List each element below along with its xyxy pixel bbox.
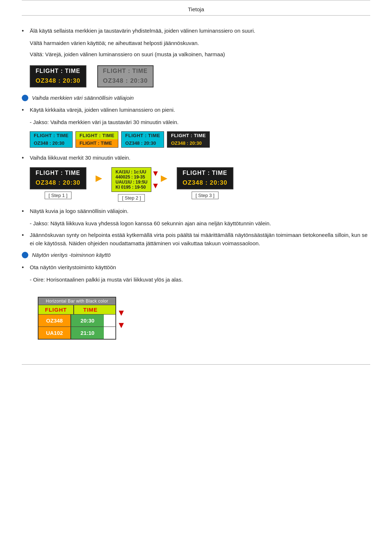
step2-r3: UAU1IU : 19:5U xyxy=(115,180,147,185)
color-boxes-row: FLIGHT : TIME OZ348 : 20:30 FLIGHT : TIM… xyxy=(30,131,370,148)
step-arrow-2: ► xyxy=(159,167,170,189)
blue-note-1: Vaihda merkkien väri säännöllisin väliaj… xyxy=(22,94,370,102)
indent-4: - Jakso: Näytä liikkuva kuva yhdessä log… xyxy=(30,219,370,227)
hbar-header-left: FLIGHT xyxy=(38,305,74,314)
bullet-item-3: • Vaihda liikkuvat merkit 30 minuutin vä… xyxy=(22,153,370,162)
bullet-item-4: • Näytä kuvia ja logo säännöllisin välia… xyxy=(22,207,370,216)
step3-row2: OZ348 : 20:30 xyxy=(177,178,233,189)
cb-ygr-box: FLIGHT : TIME FLIGHT : TIME xyxy=(75,131,118,148)
hbar-down-arrow-top: ▼ xyxy=(117,308,126,318)
hbar-cell-oz-left: OZ348 xyxy=(38,315,71,327)
bullet-3-marker: • xyxy=(22,153,30,162)
step-3-item: FLIGHT : TIME OZ348 : 20:30 [ Step 3 ] xyxy=(177,167,233,199)
indent-3: - Jakso: Vaihda merkkien väri ja taustav… xyxy=(30,118,370,126)
cb-cyan2-r1: FLIGHT : TIME xyxy=(122,132,164,139)
step-2-item: KAI1IU : 1c:UU 440025 : 19-35 UAU1IU : 1… xyxy=(111,167,151,202)
step3-row1: FLIGHT : TIME xyxy=(177,168,233,178)
blue-note-2: Näytön vieritys -toiminnon käyttö xyxy=(22,251,370,259)
step2-r1: KAI1IU : 1c:UU xyxy=(115,169,147,175)
cb-cyan2-box: FLIGHT : TIME OZ348 : 20:30 xyxy=(121,131,164,148)
blue-circle-icon xyxy=(22,95,28,101)
step-arrow-1: ► xyxy=(94,167,105,189)
step2-r4: KI 0195 : 19-50 xyxy=(115,185,147,190)
hbar-container: Horizontal Bar with Black color FLIGHT T… xyxy=(38,297,116,340)
hbar-cell-ua-left: UA102 xyxy=(38,327,71,339)
step1-row1: FLIGHT : TIME xyxy=(30,168,86,178)
bullet-item-5: • Jäännöskuvan synty on helpointa estää … xyxy=(22,231,370,248)
cb-cyan-r2: OZ348 : 20:30 xyxy=(30,139,72,147)
step-row: FLIGHT : TIME OZ348 : 20:30 [ Step 1 ] ►… xyxy=(30,167,370,202)
cb-dark-r2: OZ348 : 20:30 xyxy=(167,139,209,147)
hbar-header-right: TIME xyxy=(74,305,107,314)
gray-box-row2: OZ348 : 20:30 xyxy=(98,76,153,87)
step-1-item: FLIGHT : TIME OZ348 : 20:30 [ Step 1 ] xyxy=(30,167,86,199)
step1-flight-box: FLIGHT : TIME OZ348 : 20:30 xyxy=(30,167,86,189)
indent-1: Vältä harmaiden värien käyttöä; ne aiheu… xyxy=(30,39,370,47)
step2-r2: 440025 : 19-35 xyxy=(115,175,147,180)
step-3-label: [ Step 3 ] xyxy=(192,192,219,199)
gray-box-row1: FLIGHT : TIME xyxy=(98,66,153,76)
bullet-item-2: • Käytä kirkkaita värejä, joiden välinen… xyxy=(22,106,370,114)
hbar-demo-wrapper: Horizontal Bar with Black color FLIGHT T… xyxy=(30,292,116,345)
bullet-4-marker: • xyxy=(22,207,30,216)
hbar-cell-ua-right: 21:10 xyxy=(71,327,104,339)
cb-ygr-r1: FLIGHT : TIME xyxy=(76,132,118,139)
bullet-5-text: Jäännöskuvan synty on helpointa estää ky… xyxy=(30,231,370,248)
bullet-1-text: Älä käytä sellaista merkkien ja taustavä… xyxy=(30,26,255,35)
dark-flight-box: FLIGHT : TIME OZ348 : 20:30 xyxy=(30,65,86,87)
bullet-5-marker: • xyxy=(22,231,30,239)
step3-flight-box: FLIGHT : TIME OZ348 : 20:30 xyxy=(177,167,233,189)
bullet-6-marker: • xyxy=(22,263,30,272)
gray-flight-box: FLIGHT : TIME OZ348 : 20:30 xyxy=(97,65,154,87)
blue-note-2-text: Näytön vieritys -toiminnon käyttö xyxy=(32,251,111,259)
cb-cyan-box: FLIGHT : TIME OZ348 : 20:30 xyxy=(30,131,73,148)
page-title: Tietoja xyxy=(22,3,370,16)
cb-cyan-r1: FLIGHT : TIME xyxy=(30,132,72,139)
step-2-label: [ Step 2 ] xyxy=(118,194,145,202)
bullet-item-1: • Älä käytä sellaista merkkien ja tausta… xyxy=(22,26,370,35)
bullet-item-6: • Ota näytön vieritystoiminto käyttöön xyxy=(22,263,370,272)
cb-cyan2-r2: OZ348 : 20:30 xyxy=(122,139,164,147)
step2-down-arrow-bot: ▼ xyxy=(152,181,160,190)
dark-box-row2: OZ348 : 20:30 xyxy=(30,76,86,87)
indent-2: Vältä: Värejä, joiden välinen luminanssi… xyxy=(30,50,370,58)
blue-circle-icon-2 xyxy=(22,252,28,258)
cb-dark-r1: FLIGHT : TIME xyxy=(167,132,209,139)
step2-down-arrow-top: ▼ xyxy=(152,169,160,178)
hbar-cell-oz-right: 20:30 xyxy=(71,315,104,327)
hbar-row-1: OZ348 20:30 xyxy=(38,314,115,327)
hbar-title: Horizontal Bar with Black color xyxy=(38,297,115,305)
cb-ygr-r2: FLIGHT : TIME xyxy=(76,139,118,147)
cb-dark-box: FLIGHT : TIME OZ348 : 20:30 xyxy=(167,131,210,148)
step-1-label: [ Step 1 ] xyxy=(45,192,72,199)
bullet-1-marker: • xyxy=(22,26,30,35)
hbar-header-row: FLIGHT TIME xyxy=(38,305,115,314)
step2-box: KAI1IU : 1c:UU 440025 : 19-35 UAU1IU : 1… xyxy=(111,167,151,192)
display-boxes-row: FLIGHT : TIME OZ348 : 20:30 FLIGHT : TIM… xyxy=(30,65,370,87)
bullet-3-text: Vaihda liikkuvat merkit 30 minuutin väle… xyxy=(30,153,130,162)
hbar-down-arrow-bot: ▼ xyxy=(117,320,126,330)
bullet-6-text: Ota näytön vieritystoiminto käyttöön xyxy=(30,263,116,271)
dark-box-row1: FLIGHT : TIME xyxy=(30,66,86,76)
blue-note-1-text: Vaihda merkkien väri säännöllisin väliaj… xyxy=(32,94,134,102)
hbar-row-2: UA102 21:10 xyxy=(38,327,115,339)
step1-row2: OZ348 : 20:30 xyxy=(30,178,86,189)
bullet-4-text: Näytä kuvia ja logo säännöllisin väliajo… xyxy=(30,207,128,215)
bullet-2-text: Käytä kirkkaita värejä, joiden välinen l… xyxy=(30,106,175,114)
bullet-2-marker: • xyxy=(22,106,30,114)
indent-5: - Oire: Horisontaalinen palkki ja musta … xyxy=(30,275,370,284)
